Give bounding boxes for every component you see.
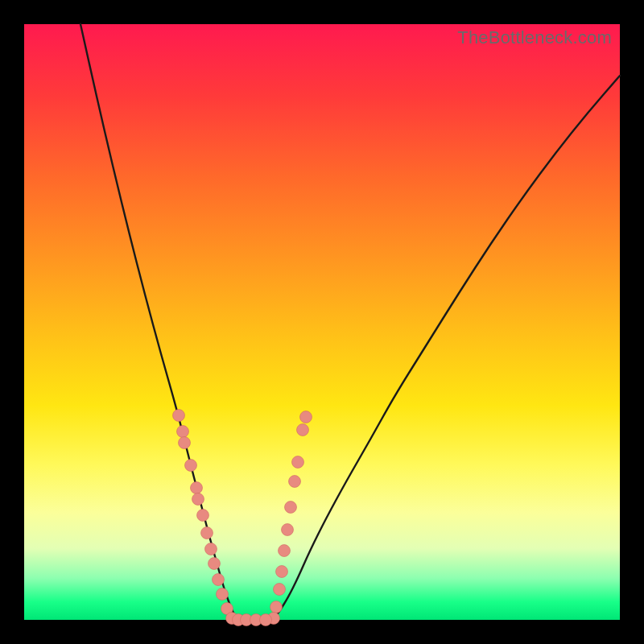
data-point <box>217 588 229 601</box>
data-point <box>213 574 225 586</box>
data-point <box>300 411 312 423</box>
data-point <box>179 437 191 449</box>
right-curve <box>272 76 620 620</box>
data-point <box>282 524 294 536</box>
data-point <box>279 545 291 557</box>
data-point <box>177 426 189 438</box>
data-point <box>297 424 309 436</box>
data-point <box>173 410 185 422</box>
data-point <box>185 460 197 472</box>
data-point <box>201 527 213 539</box>
data-point <box>270 601 283 613</box>
data-point <box>192 493 204 506</box>
curve-layer <box>24 24 620 620</box>
data-point <box>289 476 301 488</box>
chart-frame: TheBottleneck.com <box>0 0 644 644</box>
data-point <box>205 543 217 555</box>
left-curve <box>80 24 238 620</box>
data-point <box>285 502 297 514</box>
data-point <box>260 614 272 626</box>
data-point <box>276 566 288 578</box>
plot-area: TheBottleneck.com <box>24 24 620 620</box>
data-point <box>208 558 221 570</box>
data-point <box>191 482 203 494</box>
data-point <box>292 456 304 469</box>
data-point <box>197 510 209 522</box>
data-point <box>274 584 286 596</box>
